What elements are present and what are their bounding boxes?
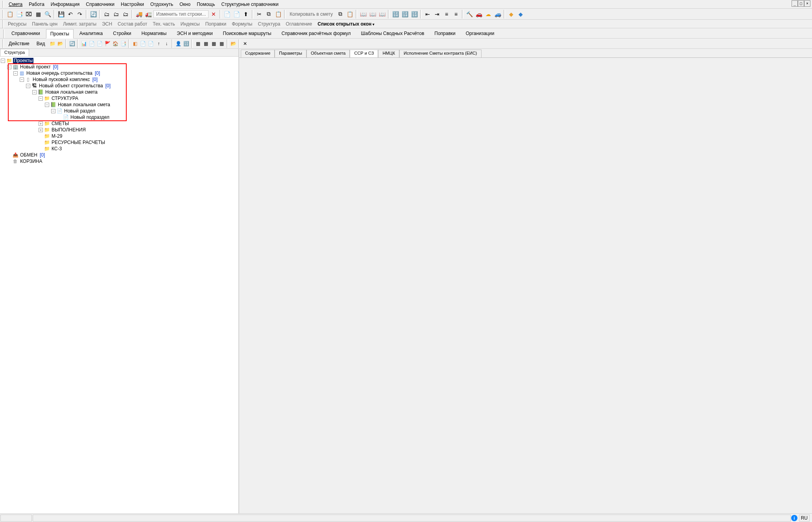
recalc1-icon[interactable]: 🔢 bbox=[391, 10, 400, 18]
expander[interactable]: − bbox=[51, 109, 55, 113]
tab-sprav[interactable]: Справочники bbox=[7, 29, 44, 38]
expander[interactable]: − bbox=[26, 84, 30, 88]
refresh2-icon[interactable]: 🔄 bbox=[68, 40, 76, 47]
tab-org[interactable]: Организации bbox=[461, 29, 499, 38]
tree-item[interactable]: ОБМЕН bbox=[19, 152, 38, 158]
menu-rabota[interactable]: Работа bbox=[26, 1, 48, 8]
tb-tech[interactable]: Тех. часть bbox=[150, 20, 177, 28]
page4-icon[interactable]: 📄 bbox=[147, 40, 154, 47]
page3-icon[interactable]: 📄 bbox=[139, 40, 146, 47]
grid4-icon[interactable]: ▦ bbox=[218, 40, 225, 47]
cloud-icon[interactable]: ☁ bbox=[484, 10, 493, 18]
rtab-object[interactable]: Объектная смета bbox=[306, 50, 350, 57]
tab-popravki[interactable]: Поправки bbox=[430, 29, 460, 38]
tb-limit[interactable]: Лимит. затраты bbox=[61, 20, 99, 28]
menu-window[interactable]: Окно bbox=[176, 1, 194, 8]
page2-icon[interactable]: 📄 bbox=[96, 40, 103, 47]
search-icon[interactable]: 🔍 bbox=[43, 10, 52, 18]
page1-icon[interactable]: 📄 bbox=[88, 40, 95, 47]
expander[interactable]: − bbox=[1, 59, 5, 63]
menu-struct[interactable]: Структурные справочники bbox=[218, 1, 282, 8]
recalc2-icon[interactable]: 🔢 bbox=[400, 10, 409, 18]
book1-icon[interactable]: 📖 bbox=[359, 10, 367, 18]
tb-sostav[interactable]: Состав работ bbox=[115, 20, 149, 28]
outdent-icon[interactable]: ≡ bbox=[442, 10, 451, 18]
expander[interactable]: + bbox=[39, 122, 43, 126]
tree-item[interactable]: Новая локальная смета bbox=[44, 89, 98, 95]
tree-item[interactable]: СТРУКТУРА bbox=[51, 96, 79, 101]
tab-esn[interactable]: ЭСН и методики bbox=[172, 29, 217, 38]
rtab-ssr[interactable]: ССР и СЗ bbox=[350, 50, 378, 57]
tree-root[interactable]: Проекты bbox=[13, 58, 33, 63]
stack1-icon[interactable]: 🗂 bbox=[102, 10, 111, 18]
save-icon[interactable]: 💾 bbox=[57, 10, 65, 18]
hammer-icon[interactable]: 🔨 bbox=[465, 10, 474, 18]
redo-icon[interactable]: ↷ bbox=[76, 10, 84, 18]
chart-icon[interactable]: 📊 bbox=[80, 40, 87, 47]
menu-sprav[interactable]: Справочники bbox=[83, 1, 118, 8]
lang-indicator[interactable]: RU bbox=[799, 515, 810, 522]
stack2-icon[interactable]: 🗂 bbox=[112, 10, 120, 18]
undo-icon[interactable]: ↶ bbox=[66, 10, 75, 18]
car1-icon[interactable]: 🚗 bbox=[474, 10, 483, 18]
tb-index[interactable]: Индексы bbox=[178, 20, 202, 28]
truck-icon[interactable]: 🚚 bbox=[135, 10, 143, 18]
maximize-button[interactable]: □ bbox=[798, 0, 804, 7]
folder-y-icon[interactable]: 📂 bbox=[230, 40, 237, 47]
delete-x-icon[interactable]: ✕ bbox=[209, 10, 218, 18]
menu-rest[interactable]: Отдохнуть bbox=[147, 1, 176, 8]
stack-blue-icon[interactable]: ◆ bbox=[516, 10, 525, 18]
tree-item[interactable]: КС-3 bbox=[51, 146, 63, 151]
tree-item[interactable]: Новая локальная смета bbox=[57, 102, 111, 107]
menu-help[interactable]: Помощь bbox=[194, 1, 218, 8]
action-menu[interactable]: Действие bbox=[6, 40, 33, 47]
rtab-content[interactable]: Содержание bbox=[241, 50, 275, 57]
close-button[interactable]: × bbox=[804, 0, 810, 7]
paste-doc-icon[interactable]: 📋 bbox=[345, 10, 354, 18]
tree-item[interactable]: Новый проект bbox=[19, 64, 52, 70]
tree-item[interactable]: М-29 bbox=[51, 133, 63, 139]
copy-doc-icon[interactable]: ⧉ bbox=[336, 10, 345, 18]
left-tab-structure[interactable]: Структура bbox=[0, 49, 29, 56]
grid3-icon[interactable]: ▦ bbox=[210, 40, 217, 47]
expander[interactable]: − bbox=[45, 103, 49, 107]
recalc3-icon[interactable]: 🔢 bbox=[410, 10, 419, 18]
flag-icon[interactable]: 🚩 bbox=[104, 40, 111, 47]
tab-formulas[interactable]: Справочник расчётных формул bbox=[277, 29, 355, 38]
expander[interactable]: − bbox=[13, 71, 18, 76]
tab-analytics[interactable]: Аналитика bbox=[75, 29, 107, 38]
tree-item[interactable]: Новый пусковой комплекс bbox=[32, 77, 91, 82]
rtab-eis[interactable]: Исполнение Сметы контракта (ЕИС) bbox=[399, 50, 481, 57]
copy-icon[interactable]: ⧉ bbox=[264, 10, 273, 18]
tb-toc[interactable]: Оглавление bbox=[283, 20, 314, 28]
tab-routes[interactable]: Поисковые маршруты bbox=[219, 29, 276, 38]
truck2-icon[interactable]: 🚛 bbox=[144, 10, 153, 18]
indent-r-icon[interactable]: ⇥ bbox=[433, 10, 441, 18]
list-icon[interactable]: ≡ bbox=[452, 10, 460, 18]
menu-smeta[interactable]: Смета bbox=[6, 1, 26, 8]
folder-open-icon[interactable]: 📂 bbox=[57, 40, 64, 47]
tab-normativy[interactable]: Нормативы bbox=[137, 29, 171, 38]
down-arrow-icon[interactable]: ↓ bbox=[163, 40, 170, 47]
grid1-icon[interactable]: ▦ bbox=[194, 40, 201, 47]
paste-icon[interactable]: 📋 bbox=[274, 10, 282, 18]
cut-icon[interactable]: ✂ bbox=[255, 10, 264, 18]
multi-icon[interactable]: 📑 bbox=[120, 40, 127, 47]
tab-projects[interactable]: Проекты bbox=[46, 29, 74, 39]
copy-to-smeta[interactable]: Копировать в смету bbox=[287, 11, 335, 18]
tb-esn[interactable]: ЭСН bbox=[100, 20, 114, 28]
car2-icon[interactable]: 🚙 bbox=[493, 10, 502, 18]
up-arrow-icon[interactable]: ↑ bbox=[155, 40, 162, 47]
refresh-icon[interactable]: 🔄 bbox=[89, 10, 98, 18]
close-x-icon[interactable]: ✕ bbox=[242, 40, 249, 47]
grid2-icon[interactable]: ▦ bbox=[202, 40, 209, 47]
menu-settings[interactable]: Настройки bbox=[118, 1, 147, 8]
expander[interactable]: − bbox=[39, 96, 43, 101]
orange1-icon[interactable]: ◧ bbox=[131, 40, 138, 47]
view-menu[interactable]: Вид bbox=[33, 40, 48, 47]
minimize-button[interactable]: _ bbox=[792, 0, 798, 7]
page-a-icon[interactable]: 📄 bbox=[223, 10, 231, 18]
tb-resources[interactable]: Ресурсы bbox=[6, 20, 29, 28]
calc-icon[interactable]: 🔢 bbox=[183, 40, 190, 47]
house-icon[interactable]: 🏠 bbox=[112, 40, 119, 47]
